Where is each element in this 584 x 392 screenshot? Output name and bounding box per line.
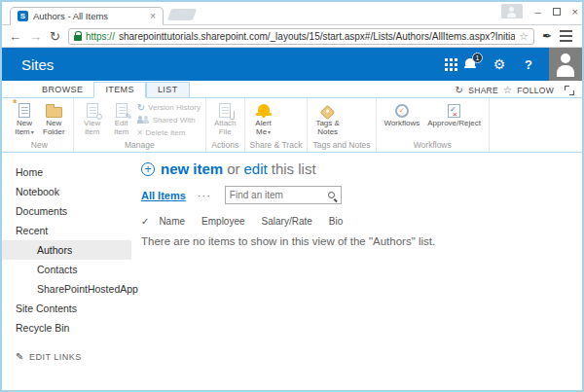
tab-close-icon[interactable]: × bbox=[150, 11, 156, 21]
shared-with-icon bbox=[137, 116, 150, 125]
group-label-workflows: Workflows bbox=[382, 140, 484, 152]
alert-me-button[interactable]: AlertMe▾ bbox=[250, 100, 277, 137]
heading-this-list-text: this list bbox=[272, 160, 316, 177]
view-item-icon bbox=[87, 103, 98, 118]
group-label-tags-notes: Tags and Notes bbox=[312, 140, 370, 152]
bookmark-star-icon[interactable]: ☆ bbox=[519, 30, 529, 43]
group-label-actions: Actions bbox=[211, 140, 239, 152]
tags-notes-icon bbox=[320, 104, 336, 120]
delete-item-button[interactable]: × Delete Item bbox=[137, 126, 201, 139]
attach-file-icon bbox=[219, 103, 231, 118]
follow-star-icon: ☆ bbox=[503, 85, 512, 95]
version-history-button[interactable]: ↻ Version History bbox=[137, 101, 201, 114]
find-item-input[interactable] bbox=[230, 190, 328, 200]
share-button[interactable]: SHARE bbox=[468, 86, 498, 95]
maximize-icon bbox=[553, 8, 561, 16]
column-salary-rate[interactable]: Salary/Rate bbox=[262, 216, 312, 227]
forward-button[interactable]: → bbox=[29, 29, 42, 44]
nav-sharepointhostedapp[interactable]: SharePointHostedApp bbox=[2, 279, 131, 299]
nav-documents[interactable]: Documents bbox=[2, 201, 131, 221]
new-tab-button[interactable] bbox=[167, 9, 197, 20]
share-icon: ↻ bbox=[456, 85, 464, 95]
view-more-button[interactable]: ··· bbox=[198, 190, 211, 201]
select-all-check-icon[interactable]: ✓ bbox=[141, 216, 149, 227]
address-bar[interactable]: https:// sharepointtutorials.sharepoint.… bbox=[68, 28, 534, 45]
nav-contacts[interactable]: Contacts bbox=[2, 260, 131, 279]
ribbon-group-manage: ViewItem ✎ EditItem ↻ Version History Sh… bbox=[74, 98, 206, 152]
minimize-button[interactable]: – bbox=[534, 5, 540, 18]
view-selector-row: All Items ··· bbox=[141, 186, 582, 204]
group-label-new: New bbox=[11, 140, 68, 152]
suitebar-sites-link[interactable]: Sites bbox=[2, 56, 54, 73]
profile-button[interactable] bbox=[501, 4, 523, 18]
group-label-share-track: Share & Track bbox=[250, 140, 303, 152]
edit-links-button[interactable]: ✎ EDIT LINKS bbox=[2, 351, 131, 362]
nav-recent[interactable]: Recent bbox=[2, 221, 131, 240]
view-all-items-link[interactable]: All Items bbox=[141, 190, 186, 201]
tags-notes-button[interactable]: Tags &Notes bbox=[312, 100, 342, 137]
suite-bar: Sites 1 ⚙ ? bbox=[2, 48, 582, 81]
alert-me-icon bbox=[256, 103, 272, 118]
pencil-icon: ✎ bbox=[16, 351, 24, 362]
new-item-icon: * bbox=[18, 103, 30, 118]
version-history-icon: ↻ bbox=[137, 103, 145, 113]
new-item-link[interactable]: new item bbox=[161, 160, 223, 177]
notification-badge: 1 bbox=[472, 53, 483, 63]
ribbon-tab-row: BROWSE ITEMS LIST ↻ SHARE ☆ FOLLOW bbox=[2, 81, 582, 98]
menu-icon[interactable] bbox=[560, 30, 573, 42]
search-icon[interactable] bbox=[328, 192, 335, 198]
edit-list-link[interactable]: edit bbox=[244, 160, 268, 177]
find-item-searchbox bbox=[225, 186, 342, 204]
approve-reject-button[interactable]: ✓× Approve/Reject bbox=[424, 100, 484, 129]
new-folder-button[interactable]: NewFolder bbox=[40, 100, 68, 137]
extension-pen-icon[interactable]: ✒ bbox=[542, 29, 552, 43]
workflows-button[interactable]: ✓ Workflows bbox=[382, 100, 423, 129]
back-button[interactable]: ← bbox=[9, 29, 21, 44]
edit-item-icon: ✎ bbox=[116, 103, 128, 118]
avatar[interactable] bbox=[549, 48, 582, 81]
column-header-row: ✓ Name Employee Salary/Rate Bio bbox=[141, 216, 582, 227]
url-protocol: https:// bbox=[86, 31, 115, 42]
ribbon-group-tags-notes: Tags &Notes Tags and Notes bbox=[308, 98, 376, 152]
notifications-button[interactable]: 1 bbox=[456, 48, 485, 81]
tab-title: Authors - All Items bbox=[33, 11, 145, 21]
add-icon[interactable]: + bbox=[141, 162, 155, 176]
ribbon-group-actions: AttachFile Actions bbox=[206, 98, 245, 152]
approve-reject-icon: ✓× bbox=[448, 104, 460, 118]
help-button[interactable]: ? bbox=[514, 48, 543, 81]
tab-browse[interactable]: BROWSE bbox=[31, 83, 93, 97]
app-launcher-button[interactable] bbox=[426, 48, 456, 81]
new-item-button[interactable]: * NewItem▾ bbox=[11, 100, 38, 137]
edit-item-button[interactable]: ✎ EditItem bbox=[108, 100, 135, 137]
app-launcher-icon bbox=[445, 58, 448, 61]
gear-icon: ⚙ bbox=[493, 56, 506, 72]
nav-recycle-bin[interactable]: Recycle Bin bbox=[2, 318, 131, 338]
maximize-button[interactable] bbox=[553, 5, 561, 18]
tab-strip: S Authors - All Items × – × bbox=[2, 2, 582, 25]
focus-on-content-button[interactable] bbox=[565, 86, 574, 95]
browser-tab[interactable]: S Authors - All Items × bbox=[10, 7, 164, 25]
reload-button[interactable]: ↻ bbox=[50, 29, 60, 44]
list-view-main: + new item or edit this list All Items ·… bbox=[131, 153, 582, 390]
column-employee[interactable]: Employee bbox=[201, 216, 244, 227]
column-bio[interactable]: Bio bbox=[329, 216, 343, 227]
follow-button[interactable]: FOLLOW bbox=[517, 86, 554, 95]
delete-item-icon: × bbox=[137, 128, 143, 138]
settings-button[interactable]: ⚙ bbox=[485, 48, 514, 81]
view-item-button[interactable]: ViewItem bbox=[79, 100, 106, 137]
tab-list[interactable]: LIST bbox=[146, 82, 190, 97]
workflows-icon: ✓ bbox=[395, 104, 409, 118]
page-heading: + new item or edit this list bbox=[141, 160, 582, 177]
nav-notebook[interactable]: Notebook bbox=[2, 182, 131, 201]
nav-home[interactable]: Home bbox=[2, 162, 131, 182]
sharepoint-favicon-icon: S bbox=[18, 11, 28, 21]
ribbon-group-share-track: AlertMe▾ Share & Track bbox=[245, 98, 309, 152]
ribbon: * NewItem▾ NewFolder New ViewItem ✎ Edit… bbox=[2, 98, 582, 153]
close-button[interactable]: × bbox=[572, 5, 578, 18]
attach-file-button[interactable]: AttachFile bbox=[211, 100, 239, 137]
column-name[interactable]: Name bbox=[159, 216, 185, 227]
tab-items[interactable]: ITEMS bbox=[93, 82, 146, 98]
nav-site-contents[interactable]: Site Contents bbox=[2, 299, 131, 318]
nav-authors[interactable]: Authors bbox=[2, 240, 131, 260]
shared-with-button[interactable]: Shared With bbox=[137, 114, 201, 126]
